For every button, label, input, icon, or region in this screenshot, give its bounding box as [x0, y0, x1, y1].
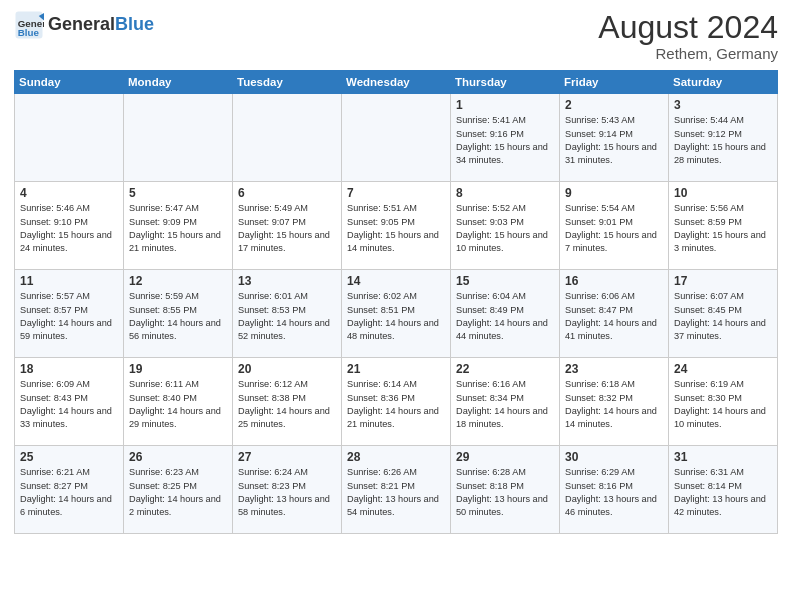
cell-info: Sunrise: 5:52 AMSunset: 9:03 PMDaylight:… [456, 202, 554, 255]
cell-info: Sunrise: 6:23 AMSunset: 8:25 PMDaylight:… [129, 466, 227, 519]
calendar-cell: 8Sunrise: 5:52 AMSunset: 9:03 PMDaylight… [451, 182, 560, 270]
day-number: 21 [347, 362, 445, 376]
cell-info: Sunrise: 6:26 AMSunset: 8:21 PMDaylight:… [347, 466, 445, 519]
calendar-cell: 9Sunrise: 5:54 AMSunset: 9:01 PMDaylight… [560, 182, 669, 270]
day-number: 2 [565, 98, 663, 112]
calendar-cell: 20Sunrise: 6:12 AMSunset: 8:38 PMDayligh… [233, 358, 342, 446]
day-number: 14 [347, 274, 445, 288]
col-friday: Friday [560, 71, 669, 94]
calendar-week-4: 18Sunrise: 6:09 AMSunset: 8:43 PMDayligh… [15, 358, 778, 446]
cell-info: Sunrise: 6:09 AMSunset: 8:43 PMDaylight:… [20, 378, 118, 431]
day-number: 8 [456, 186, 554, 200]
calendar-cell: 2Sunrise: 5:43 AMSunset: 9:14 PMDaylight… [560, 94, 669, 182]
calendar-cell [233, 94, 342, 182]
calendar-cell: 16Sunrise: 6:06 AMSunset: 8:47 PMDayligh… [560, 270, 669, 358]
calendar-week-3: 11Sunrise: 5:57 AMSunset: 8:57 PMDayligh… [15, 270, 778, 358]
cell-info: Sunrise: 6:21 AMSunset: 8:27 PMDaylight:… [20, 466, 118, 519]
cell-info: Sunrise: 5:41 AMSunset: 9:16 PMDaylight:… [456, 114, 554, 167]
calendar-cell: 14Sunrise: 6:02 AMSunset: 8:51 PMDayligh… [342, 270, 451, 358]
day-number: 12 [129, 274, 227, 288]
col-tuesday: Tuesday [233, 71, 342, 94]
month-year: August 2024 [598, 10, 778, 45]
calendar-cell: 11Sunrise: 5:57 AMSunset: 8:57 PMDayligh… [15, 270, 124, 358]
calendar-cell: 6Sunrise: 5:49 AMSunset: 9:07 PMDaylight… [233, 182, 342, 270]
cell-info: Sunrise: 6:11 AMSunset: 8:40 PMDaylight:… [129, 378, 227, 431]
col-saturday: Saturday [669, 71, 778, 94]
calendar-week-1: 1Sunrise: 5:41 AMSunset: 9:16 PMDaylight… [15, 94, 778, 182]
calendar-cell: 7Sunrise: 5:51 AMSunset: 9:05 PMDaylight… [342, 182, 451, 270]
calendar-cell: 15Sunrise: 6:04 AMSunset: 8:49 PMDayligh… [451, 270, 560, 358]
calendar-cell: 28Sunrise: 6:26 AMSunset: 8:21 PMDayligh… [342, 446, 451, 534]
calendar-cell: 30Sunrise: 6:29 AMSunset: 8:16 PMDayligh… [560, 446, 669, 534]
calendar-cell [342, 94, 451, 182]
cell-info: Sunrise: 6:14 AMSunset: 8:36 PMDaylight:… [347, 378, 445, 431]
cell-info: Sunrise: 5:56 AMSunset: 8:59 PMDaylight:… [674, 202, 772, 255]
cell-info: Sunrise: 6:19 AMSunset: 8:30 PMDaylight:… [674, 378, 772, 431]
header: General Blue GeneralBlue August 2024 Ret… [14, 10, 778, 62]
day-number: 19 [129, 362, 227, 376]
day-number: 20 [238, 362, 336, 376]
day-number: 28 [347, 450, 445, 464]
day-number: 23 [565, 362, 663, 376]
calendar-cell: 22Sunrise: 6:16 AMSunset: 8:34 PMDayligh… [451, 358, 560, 446]
day-number: 15 [456, 274, 554, 288]
calendar-cell: 13Sunrise: 6:01 AMSunset: 8:53 PMDayligh… [233, 270, 342, 358]
day-number: 10 [674, 186, 772, 200]
cell-info: Sunrise: 6:06 AMSunset: 8:47 PMDaylight:… [565, 290, 663, 343]
calendar-cell: 24Sunrise: 6:19 AMSunset: 8:30 PMDayligh… [669, 358, 778, 446]
cell-info: Sunrise: 6:28 AMSunset: 8:18 PMDaylight:… [456, 466, 554, 519]
day-number: 22 [456, 362, 554, 376]
day-number: 6 [238, 186, 336, 200]
calendar-week-5: 25Sunrise: 6:21 AMSunset: 8:27 PMDayligh… [15, 446, 778, 534]
calendar-cell: 5Sunrise: 5:47 AMSunset: 9:09 PMDaylight… [124, 182, 233, 270]
col-wednesday: Wednesday [342, 71, 451, 94]
cell-info: Sunrise: 6:01 AMSunset: 8:53 PMDaylight:… [238, 290, 336, 343]
cell-info: Sunrise: 6:16 AMSunset: 8:34 PMDaylight:… [456, 378, 554, 431]
col-sunday: Sunday [15, 71, 124, 94]
cell-info: Sunrise: 5:54 AMSunset: 9:01 PMDaylight:… [565, 202, 663, 255]
day-number: 11 [20, 274, 118, 288]
day-number: 31 [674, 450, 772, 464]
cell-info: Sunrise: 5:49 AMSunset: 9:07 PMDaylight:… [238, 202, 336, 255]
day-number: 16 [565, 274, 663, 288]
logo-blue: Blue [115, 14, 154, 34]
header-row: Sunday Monday Tuesday Wednesday Thursday… [15, 71, 778, 94]
logo-text: GeneralBlue [48, 15, 154, 35]
cell-info: Sunrise: 6:18 AMSunset: 8:32 PMDaylight:… [565, 378, 663, 431]
day-number: 3 [674, 98, 772, 112]
calendar-cell: 17Sunrise: 6:07 AMSunset: 8:45 PMDayligh… [669, 270, 778, 358]
day-number: 5 [129, 186, 227, 200]
calendar-table: Sunday Monday Tuesday Wednesday Thursday… [14, 70, 778, 534]
day-number: 4 [20, 186, 118, 200]
col-monday: Monday [124, 71, 233, 94]
calendar-cell [15, 94, 124, 182]
day-number: 17 [674, 274, 772, 288]
calendar-cell: 10Sunrise: 5:56 AMSunset: 8:59 PMDayligh… [669, 182, 778, 270]
cell-info: Sunrise: 6:24 AMSunset: 8:23 PMDaylight:… [238, 466, 336, 519]
cell-info: Sunrise: 6:31 AMSunset: 8:14 PMDaylight:… [674, 466, 772, 519]
cell-info: Sunrise: 6:02 AMSunset: 8:51 PMDaylight:… [347, 290, 445, 343]
calendar-week-2: 4Sunrise: 5:46 AMSunset: 9:10 PMDaylight… [15, 182, 778, 270]
day-number: 1 [456, 98, 554, 112]
cell-info: Sunrise: 5:57 AMSunset: 8:57 PMDaylight:… [20, 290, 118, 343]
cell-info: Sunrise: 5:51 AMSunset: 9:05 PMDaylight:… [347, 202, 445, 255]
day-number: 18 [20, 362, 118, 376]
calendar-cell: 29Sunrise: 6:28 AMSunset: 8:18 PMDayligh… [451, 446, 560, 534]
calendar-cell: 18Sunrise: 6:09 AMSunset: 8:43 PMDayligh… [15, 358, 124, 446]
logo: General Blue GeneralBlue [14, 10, 154, 40]
cell-info: Sunrise: 5:44 AMSunset: 9:12 PMDaylight:… [674, 114, 772, 167]
calendar-cell: 26Sunrise: 6:23 AMSunset: 8:25 PMDayligh… [124, 446, 233, 534]
logo-general: General [48, 14, 115, 34]
calendar-cell: 23Sunrise: 6:18 AMSunset: 8:32 PMDayligh… [560, 358, 669, 446]
col-thursday: Thursday [451, 71, 560, 94]
calendar-cell: 19Sunrise: 6:11 AMSunset: 8:40 PMDayligh… [124, 358, 233, 446]
day-number: 24 [674, 362, 772, 376]
day-number: 7 [347, 186, 445, 200]
cell-info: Sunrise: 6:29 AMSunset: 8:16 PMDaylight:… [565, 466, 663, 519]
day-number: 30 [565, 450, 663, 464]
day-number: 9 [565, 186, 663, 200]
title-block: August 2024 Rethem, Germany [598, 10, 778, 62]
calendar-cell: 25Sunrise: 6:21 AMSunset: 8:27 PMDayligh… [15, 446, 124, 534]
day-number: 13 [238, 274, 336, 288]
main-container: General Blue GeneralBlue August 2024 Ret… [0, 0, 792, 542]
